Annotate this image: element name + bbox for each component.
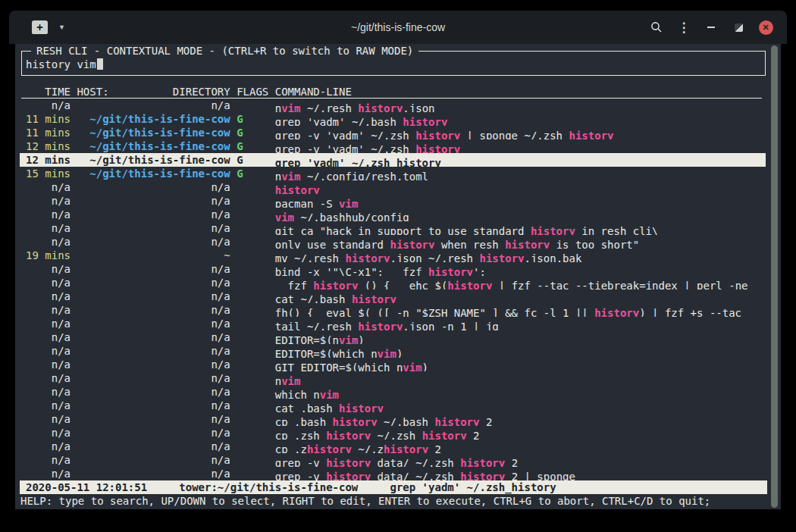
restore-button[interactable] <box>725 11 752 44</box>
match-highlight: history <box>594 307 639 317</box>
search-panel: RESH CLI - CONTEXTUAL MODE - (CTRL+R to … <box>21 51 766 76</box>
row-time: n/a <box>26 99 71 112</box>
match-highlight: history <box>352 293 396 303</box>
history-row[interactable]: n/a n/a tail ~/.resh_history.json -n 1 |… <box>15 317 766 330</box>
row-directory: n/a <box>77 467 230 480</box>
row-command: git ca "hack in support to use standard … <box>275 225 659 235</box>
history-row[interactable]: n/a n/a __fzf_history () { __ehc $(histo… <box>15 276 766 289</box>
history-row[interactable]: n/a n/a bind -x '"\C-x1": __fzf_history'… <box>15 262 766 276</box>
match-highlight: history <box>358 321 403 330</box>
close-button[interactable]: ✕ <box>752 11 779 44</box>
row-time: n/a <box>26 235 71 249</box>
new-terminal-button[interactable]: + <box>32 20 48 34</box>
search-panel-title: RESH CLI - CONTEXTUAL MODE - (CTRL+R to … <box>31 44 418 58</box>
row-flags: G <box>237 126 268 139</box>
match-highlight: history <box>415 130 460 139</box>
row-time: 12 mins <box>26 139 71 153</box>
history-row[interactable]: 11 mins ~/git/this-is-fine-cow G grep -v… <box>15 126 766 139</box>
history-row[interactable]: n/a n/a only use standard history when r… <box>15 235 766 249</box>
menu-button[interactable]: ⋮ <box>670 11 697 44</box>
row-command: cat .bash_history <box>275 402 384 412</box>
terminal-window: + ▼ ~/git/this-is-fine-cow ⋮ <box>9 11 787 509</box>
search-icon <box>650 21 663 33</box>
row-directory: ~/git/this-is-fine-cow <box>77 112 230 126</box>
help-line: HELP: type to search, UP/DOWN to select,… <box>15 494 781 508</box>
history-row[interactable]: n/a n/a cp .bash_history ~/.bash_history… <box>15 412 766 426</box>
minimize-button[interactable] <box>697 11 725 44</box>
row-directory: n/a <box>77 358 230 371</box>
history-row[interactable]: n/a n/a nvim ~/.resh_history.json <box>15 99 766 112</box>
row-time: n/a <box>26 358 71 371</box>
row-command: grep -v 'yadm' ~/.zsh_history | sponge ~… <box>275 130 614 139</box>
chevron-down-icon[interactable]: ▼ <box>58 23 65 31</box>
search-button[interactable] <box>643 11 670 44</box>
history-row-selected[interactable]: 12 mins ~/git/this-is-fine-cow G grep 'y… <box>20 153 766 167</box>
history-row[interactable]: n/a n/a cat ~/.bash_history <box>15 289 766 303</box>
row-directory: n/a <box>77 276 230 289</box>
row-directory: n/a <box>77 330 230 344</box>
row-directory: n/a <box>77 412 230 426</box>
row-time: n/a <box>26 440 71 453</box>
match-highlight: history <box>358 102 403 112</box>
row-directory: n/a <box>77 453 230 467</box>
history-row[interactable]: n/a n/a history <box>15 180 766 194</box>
match-highlight: history <box>447 280 492 289</box>
history-row[interactable]: n/a n/a cp .zsh_history ~/.zsh_history_2 <box>15 426 766 440</box>
row-time: n/a <box>26 399 71 412</box>
history-row[interactable]: n/a n/a nvim <box>15 371 766 385</box>
history-row[interactable]: n/a n/a cat .bash_history <box>15 399 766 412</box>
match-highlight: history <box>403 116 447 126</box>
history-row[interactable]: 15 mins ~/git/this-is-fine-cow G nvim ~/… <box>15 167 766 180</box>
history-row[interactable]: 19 mins ~ mv ~/.resh_history.json ~/.res… <box>15 249 766 262</box>
history-row[interactable]: n/a n/a grep -v history_data/ ~/.zsh_his… <box>15 453 766 467</box>
row-command: cp .bash_history ~/.bash_history_2 <box>275 416 493 426</box>
row-command: history <box>275 184 320 194</box>
titlebar: + ▼ ~/git/this-is-fine-cow ⋮ <box>9 11 787 44</box>
row-directory: n/a <box>77 99 230 112</box>
match-highlight: history <box>531 225 575 235</box>
match-highlight: history <box>345 252 390 262</box>
text-cursor <box>97 58 103 70</box>
row-time: 11 mins <box>26 126 71 139</box>
row-directory: n/a <box>77 303 230 317</box>
row-directory: n/a <box>77 344 230 358</box>
close-icon: ✕ <box>759 20 773 35</box>
row-command: only use standard history when resh hist… <box>275 239 639 249</box>
minimize-icon <box>707 27 715 28</box>
row-time: n/a <box>26 453 71 467</box>
history-row[interactable]: n/a n/a EDITOR=$(nvim) <box>15 330 766 344</box>
match-highlight: vim <box>339 334 358 344</box>
history-row[interactable]: n/a n/a grep -v history_data/ ~/.zsh_his… <box>15 467 766 480</box>
history-row[interactable]: n/a n/a GIT_EDITOR=$(which nvim) <box>15 358 766 371</box>
history-row[interactable]: 11 mins ~/git/this-is-fine-cow G grep 'y… <box>15 112 766 126</box>
scrollbar[interactable] <box>771 45 778 508</box>
match-highlight: history <box>313 280 358 289</box>
row-time: 12 mins <box>26 153 71 167</box>
row-command: grep -v 'yadm' ~/.zsh_history <box>275 143 460 153</box>
row-time: n/a <box>26 344 71 358</box>
match-highlight: vim <box>378 348 396 358</box>
row-command: nvim <box>275 375 301 385</box>
row-directory: ~/git/this-is-fine-cow <box>77 153 230 167</box>
row-directory: n/a <box>77 371 230 385</box>
history-table: n/a n/a nvim ~/.resh_history.json11 mins… <box>15 99 766 480</box>
history-row[interactable]: n/a n/a EDITOR=$(which nvim) <box>15 344 766 358</box>
history-row[interactable]: 12 mins ~/git/this-is-fine-cow G grep -v… <box>15 139 766 153</box>
history-row[interactable]: n/a n/a pacman -S vim <box>15 194 766 208</box>
row-flags: G <box>237 167 268 180</box>
history-row[interactable]: n/a n/a fh() { eval $( ([ -n "$ZSH_NAME"… <box>15 303 766 317</box>
row-directory: n/a <box>77 440 230 453</box>
status-command: grep 'yadm' ~/.zsh_history <box>390 481 556 493</box>
status-datetime: 2020-05-11 12:01:51 <box>26 481 147 493</box>
row-time: 11 mins <box>26 112 71 126</box>
terminal-body: RESH CLI - CONTEXTUAL MODE - (CTRL+R to … <box>15 44 781 509</box>
history-row[interactable]: n/a n/a git ca "hack in support to use s… <box>15 221 766 235</box>
history-row[interactable]: n/a n/a vim ~/.bashhub/config <box>15 208 766 221</box>
row-time: n/a <box>26 289 71 303</box>
match-highlight: history <box>569 130 613 139</box>
row-time: n/a <box>26 208 71 221</box>
history-row[interactable]: n/a n/a which nvim <box>15 385 766 399</box>
match-highlight: vim <box>281 375 300 385</box>
match-highlight: vim <box>320 389 339 399</box>
history-row[interactable]: n/a n/a cp .zhistory ~/.zhistory_2 <box>15 440 766 453</box>
